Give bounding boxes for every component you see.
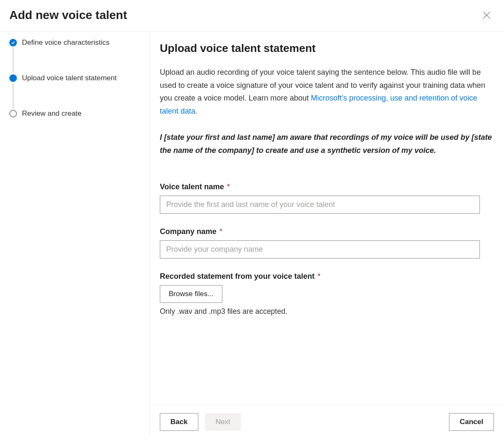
required-asterisk: *	[315, 272, 320, 280]
browse-files-button[interactable]: Browse files...	[160, 285, 222, 303]
wizard-steps-sidebar: Define voice characteristics Upload voic…	[0, 32, 150, 438]
checkmark-icon	[9, 39, 17, 46]
wizard-footer: Back Next Cancel	[150, 404, 504, 438]
voice-talent-name-label: Voice talent name *	[160, 182, 494, 191]
back-button[interactable]: Back	[160, 413, 198, 431]
step-connector	[13, 48, 14, 73]
dialog-title: Add new voice talent	[9, 8, 127, 22]
next-button[interactable]: Next	[205, 413, 241, 431]
step-review-create[interactable]: Review and create	[9, 109, 140, 119]
section-description: Upload an audio recording of your voice …	[160, 66, 494, 117]
company-name-input[interactable]	[160, 240, 480, 259]
close-button[interactable]	[481, 10, 492, 21]
cancel-button[interactable]: Cancel	[449, 413, 494, 431]
voice-talent-name-input[interactable]	[160, 196, 480, 214]
statement-text: I [state your first and last name] am aw…	[160, 131, 494, 157]
step-upload-statement[interactable]: Upload voice talent statement	[9, 73, 140, 83]
close-icon	[483, 11, 490, 19]
voice-talent-name-group: Voice talent name *	[160, 182, 494, 214]
recorded-statement-group: Recorded statement from your voice talen…	[160, 272, 494, 316]
step-connector	[13, 83, 14, 109]
active-step-icon	[9, 74, 17, 82]
required-asterisk: *	[225, 182, 230, 191]
company-name-group: Company name *	[160, 227, 494, 259]
step-define-characteristics[interactable]: Define voice characteristics	[9, 38, 140, 48]
dialog-header: Add new voice talent	[0, 0, 504, 32]
step-label: Review and create	[22, 109, 82, 118]
pending-step-icon	[9, 110, 17, 117]
required-asterisk: *	[217, 227, 222, 236]
file-format-hint: Only .wav and .mp3 files are accepted.	[160, 307, 494, 316]
company-name-label: Company name *	[160, 227, 494, 236]
section-title: Upload voice talent statement	[160, 42, 494, 55]
recorded-statement-label: Recorded statement from your voice talen…	[160, 272, 494, 281]
step-label: Upload voice talent statement	[22, 74, 117, 82]
step-label: Define voice characteristics	[22, 38, 110, 47]
main-panel: Upload voice talent statement Upload an …	[150, 32, 504, 438]
